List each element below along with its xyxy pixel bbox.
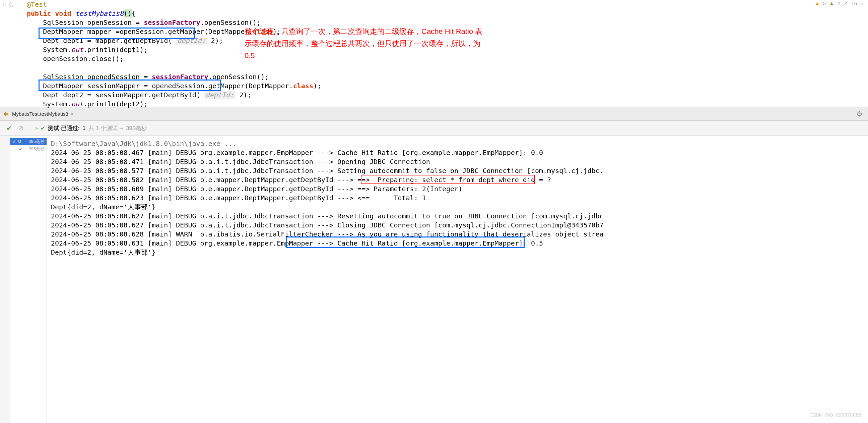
stop-icon[interactable]: ⊘ <box>18 124 24 132</box>
run-tool-window-tabbar: MybatisTest.testMybatis8 × ⚙ <box>0 107 868 121</box>
watermark-text: CSDN @XQ_898878888 <box>810 411 861 420</box>
expand-icon[interactable]: » <box>35 125 38 131</box>
check-icon: ✔ <box>40 125 45 132</box>
test-node-active[interactable]: ✔ M 395毫秒 <box>10 138 46 145</box>
annotation-comment: 整个过程，只查询了一次，第二次查询走的二级缓存，Cache Hit Ratio … <box>245 26 486 62</box>
test-tree[interactable]: ✔ M 395毫秒 ✔ 395毫秒 <box>10 136 47 423</box>
close-tab-icon[interactable]: × <box>71 111 74 117</box>
run-tab-label[interactable]: MybatisTest.testMybatis8 <box>12 111 68 117</box>
run-body: ✔ M 395毫秒 ✔ 395毫秒 D:\Software\Java\Jdk\j… <box>0 136 868 423</box>
run-side-toolbar[interactable] <box>0 136 10 423</box>
rerun-icon[interactable]: ✔ <box>6 124 12 132</box>
test-node-child[interactable]: ✔ 395毫秒 <box>10 145 46 152</box>
code-editor-pane: R↓ ▲5 ▲2 ↗16 ⌄ @Test public void testMyb… <box>0 0 868 107</box>
test-config-icon <box>3 111 9 117</box>
settings-icon[interactable]: ⚙ <box>856 110 863 118</box>
check-icon: ✔ <box>19 146 23 151</box>
check-icon: ✔ <box>12 139 16 144</box>
run-toolbar: ✔ ⊘ » ✔ 测试 已通过: 1共 1 个测试 – 395毫秒 <box>0 121 868 136</box>
console-output[interactable]: D:\Software\Java\Jdk\jdk1.8.0\bin\java.e… <box>47 136 868 423</box>
test-status-bar: » ✔ 测试 已通过: 1共 1 个测试 – 395毫秒 <box>30 124 147 132</box>
